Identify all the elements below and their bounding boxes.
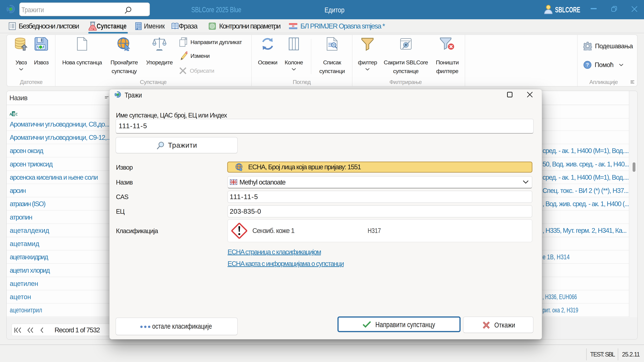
svg-text:C: C	[16, 112, 18, 116]
svg-text:?: ?	[586, 62, 589, 67]
svg-text:A: A	[10, 112, 12, 116]
svg-text:B: B	[12, 112, 16, 116]
